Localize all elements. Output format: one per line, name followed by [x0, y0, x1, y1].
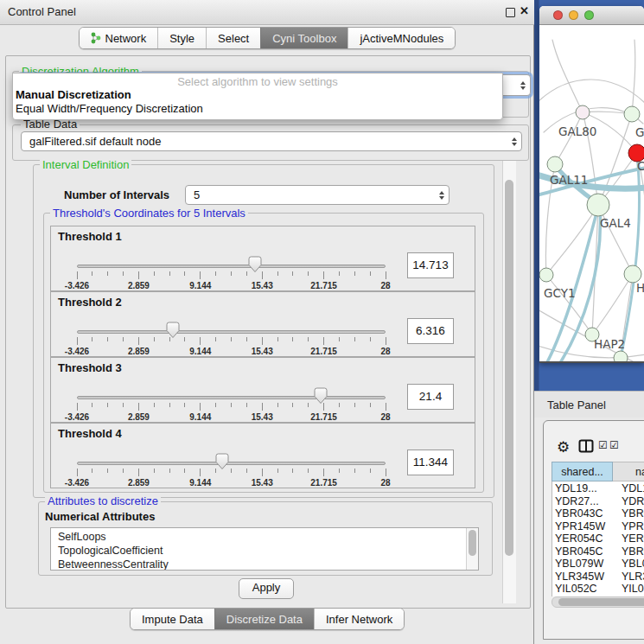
network-node[interactable]	[614, 351, 628, 361]
list-scrollbar-thumb[interactable]	[469, 530, 476, 556]
gear-icon[interactable]: ⚙	[557, 438, 570, 456]
slider-tick-label: 28	[366, 347, 405, 356]
slider-tick	[386, 403, 386, 411]
attributes-group-title: Attributes to discretize	[45, 495, 161, 507]
slider-tick-label: -3.426	[57, 412, 97, 422]
tab-label: Select	[218, 32, 249, 45]
threshold-value-field[interactable]: 11.344	[407, 450, 454, 475]
attribute-item[interactable]: TopologicalCoefficient	[58, 545, 163, 557]
cell-name: YER0	[622, 532, 644, 545]
network-node[interactable]	[624, 265, 641, 283]
cell-shared-name: YBR043C	[555, 507, 603, 520]
tab-select[interactable]: Select	[206, 28, 260, 48]
tab-network[interactable]: Network	[80, 28, 158, 48]
slider-tick-label: 9.144	[181, 281, 220, 290]
network-canvas[interactable]: GAL80GAGAL11CGAL4GCY1HHAP2	[539, 24, 644, 361]
network-node[interactable]	[576, 105, 590, 119]
network-node-label: HAP2	[594, 337, 625, 351]
num-intervals-combobox[interactable]: 5	[185, 185, 450, 205]
slider-thumb[interactable]	[166, 322, 180, 339]
network-window-titlebar[interactable]	[539, 6, 644, 25]
attribute-item[interactable]: BetweennessCentrality	[58, 558, 169, 571]
network-node[interactable]	[587, 194, 609, 216]
main-scrollbar-thumb[interactable]	[505, 180, 513, 556]
slider-thumb[interactable]	[248, 256, 262, 273]
slider-tick	[292, 469, 293, 473]
close-traffic-light[interactable]	[553, 10, 563, 20]
tab-discretize-data[interactable]: Discretize Data	[214, 609, 314, 629]
slider-tick-label: 2.859	[118, 412, 158, 422]
node-table-body: YDL19...YDL1YDR27...YDR2YBR043CYBR0YPR14…	[552, 481, 644, 596]
table-row[interactable]: YIL052CYIL0	[552, 583, 644, 596]
table-row[interactable]: YBR043CYBR0	[552, 507, 644, 520]
zoom-traffic-light[interactable]	[584, 10, 594, 20]
popup-placeholder-item[interactable]: Select algorithm to view settings	[13, 75, 502, 88]
select-columns-icon[interactable]: ☑	[598, 439, 608, 451]
cell-name: YBR0	[622, 507, 644, 520]
slider-track[interactable]	[77, 462, 386, 465]
main-scrollbar-track[interactable]	[502, 161, 516, 603]
popup-item-equal-width[interactable]: Equal Width/Frequency Discretization	[16, 102, 203, 115]
table-row[interactable]: YLR345WYLR3	[552, 571, 644, 583]
table-row[interactable]: YDR27...YDR2	[552, 495, 644, 508]
network-node[interactable]	[547, 156, 563, 172]
select-all-columns-icon[interactable]: ☑	[609, 439, 619, 451]
threshold-value-field[interactable]: 14.713	[407, 252, 454, 278]
table-row[interactable]: YBL079WYBL0	[552, 558, 644, 571]
column-header-shared-name[interactable]: shared...	[552, 462, 613, 481]
table-row[interactable]: YPR145WYPR1	[552, 520, 644, 533]
slider-tick-label: -3.426	[57, 347, 97, 356]
network-node-label: H	[636, 281, 644, 295]
network-node[interactable]	[539, 268, 553, 282]
slider-track[interactable]	[77, 396, 386, 399]
threshold-panel-4: Threshold 4-3.4262.8599.14415.4321.71528…	[50, 423, 475, 488]
slider-tick	[215, 337, 216, 341]
threshold-value-field[interactable]: 21.4	[407, 384, 454, 410]
table-row[interactable]: YDL19...YDL1	[552, 482, 644, 495]
tab-label: Impute Data	[142, 613, 203, 626]
tab-impute-data[interactable]: Impute Data	[131, 609, 214, 629]
slider-tick	[107, 337, 108, 341]
close-icon[interactable]: ✕	[520, 4, 529, 17]
tab-cyni-toolbox[interactable]: Cyni Toolbox	[260, 28, 348, 48]
table-row[interactable]: YBR045CYBR0	[552, 545, 644, 558]
slider-track[interactable]	[77, 330, 386, 334]
table-row[interactable]: YER054CYER0	[552, 532, 644, 545]
network-node[interactable]	[624, 106, 640, 122]
slider-tick	[339, 403, 340, 407]
table-panel-titlebar[interactable]: Table Panel	[534, 391, 644, 418]
table-hscrollbar[interactable]	[552, 596, 644, 608]
apply-button[interactable]: Apply	[239, 578, 294, 599]
slider-tick	[308, 403, 309, 407]
threshold-value-field[interactable]: 6.316	[407, 318, 454, 344]
slider-tick	[138, 271, 139, 279]
float-window-icon[interactable]	[506, 8, 515, 17]
popup-item-manual-discretization[interactable]: Manual Discretization	[16, 88, 131, 101]
panel-title: Control Panel	[8, 5, 76, 18]
control-panel-titlebar[interactable]: Control Panel ✕	[0, 0, 534, 25]
slider-tick	[184, 337, 185, 341]
slider-tick	[231, 403, 232, 407]
slider-track[interactable]	[77, 265, 386, 268]
attribute-item[interactable]: SelfLoops	[58, 531, 106, 543]
column-layout-icon[interactable]	[578, 439, 594, 453]
tab-label: Network	[105, 32, 147, 45]
tab-infer-network[interactable]: Infer Network	[314, 609, 404, 629]
slider-tick	[215, 271, 216, 276]
slider-tick	[246, 271, 247, 276]
table-hscrollbar-thumb[interactable]	[558, 598, 644, 606]
cell-shared-name: YDR27...	[555, 495, 599, 507]
attributes-list[interactable]: SelfLoopsTopologicalCoefficientBetweenne…	[50, 527, 479, 571]
minimize-traffic-light[interactable]	[569, 10, 578, 20]
combo-arrows-icon	[439, 191, 444, 200]
tab-jactivemnodules[interactable]: jActiveMNodules	[348, 28, 455, 48]
column-header-name[interactable]: na	[613, 462, 644, 481]
list-scrollbar-track[interactable]	[466, 528, 478, 570]
slider-thumb[interactable]	[314, 387, 328, 405]
slider-thumb[interactable]	[215, 453, 229, 470]
tab-style[interactable]: Style	[157, 28, 206, 48]
threshold-panel-1: Threshold 1-3.4262.8599.14415.4321.71528…	[50, 226, 475, 291]
slider-tick	[308, 469, 309, 473]
slider-tick-label: 9.144	[181, 412, 220, 422]
table-data-combobox[interactable]: galFiltered.sif default node	[21, 131, 522, 151]
